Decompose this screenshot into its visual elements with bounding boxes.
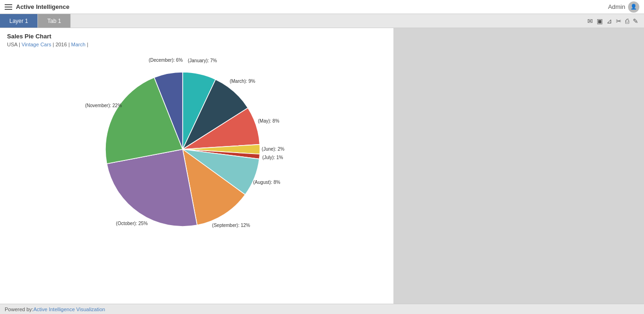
header-left: Active Intelligence <box>5 3 69 10</box>
crop-icon[interactable]: ✂ <box>616 17 622 25</box>
header-right: Admin 👤 <box>608 1 639 13</box>
breadcrumb: USA | Vintage Cars | 2016 | March | <box>7 42 386 47</box>
footer: Powered by: Active Intelligence Visualiz… <box>0 304 644 314</box>
pie-label-6: (September): 12% <box>212 223 250 228</box>
chart-container: (January): 7%(March): 9%(May): 8%(June):… <box>7 51 386 248</box>
pie-label-3: (June): 2% <box>262 146 284 152</box>
footer-link[interactable]: Active Intelligence Visualization <box>33 307 105 312</box>
pie-label-8: (November): 22% <box>85 103 122 108</box>
pie-label-2: (May): 8% <box>258 118 280 124</box>
avatar[interactable]: 👤 <box>628 1 639 13</box>
monitor-icon[interactable]: ▣ <box>597 17 603 25</box>
pie-label-0: (January): 7% <box>188 58 217 63</box>
email-icon[interactable]: ✉ <box>587 17 593 25</box>
pie-label-5: (August): 8% <box>253 180 281 185</box>
breadcrumb-year: 2016 <box>55 42 67 47</box>
pie-label-7: (October): 25% <box>116 221 148 226</box>
print-icon[interactable]: ⎙ <box>625 17 629 25</box>
pie-label-1: (March): 9% <box>229 79 255 84</box>
app-header: Active Intelligence Admin 👤 <box>0 0 644 14</box>
edit-icon[interactable]: ✎ <box>633 17 638 25</box>
menu-icon[interactable] <box>5 4 12 10</box>
pie-chart-svg: (January): 7%(March): 9%(May): 8%(June):… <box>52 51 342 248</box>
pie-label-4: (July): 1% <box>262 155 283 160</box>
tabs-left: Layer 1 Tab 1 <box>0 14 71 28</box>
tab-tab1[interactable]: Tab 1 <box>38 14 71 28</box>
side-panel <box>393 28 644 304</box>
breadcrumb-category[interactable]: Vintage Cars <box>22 42 51 47</box>
admin-label: Admin <box>608 3 625 10</box>
breadcrumb-month[interactable]: March <box>71 42 86 47</box>
pie-label-9: (December): 6% <box>148 58 183 63</box>
main-content: Sales Pie Chart USA | Vintage Cars | 201… <box>0 28 644 304</box>
tabs-bar: Layer 1 Tab 1 ✉ ▣ ⊿ ✂ ⎙ ✎ <box>0 14 644 28</box>
chart-title: Sales Pie Chart <box>7 33 386 40</box>
breadcrumb-country: USA <box>7 42 17 47</box>
chart-panel: Sales Pie Chart USA | Vintage Cars | 201… <box>0 28 393 304</box>
toolbar: ✉ ▣ ⊿ ✂ ⎙ ✎ <box>587 14 644 28</box>
app-title: Active Intelligence <box>16 3 69 10</box>
filter-icon[interactable]: ⊿ <box>607 17 612 25</box>
tab-layer1[interactable]: Layer 1 <box>0 14 38 28</box>
footer-text: Powered by: <box>5 307 33 312</box>
